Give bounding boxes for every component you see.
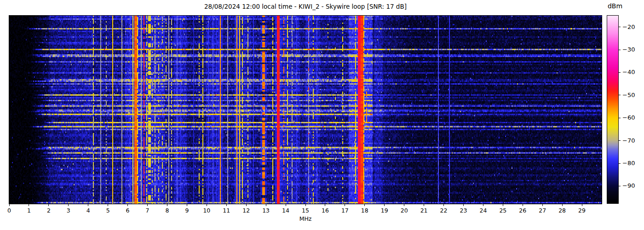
x-tick-label: 21 xyxy=(416,207,432,214)
x-tick-label: 5 xyxy=(100,207,116,214)
x-tick xyxy=(443,204,444,206)
x-tick xyxy=(463,204,464,206)
x-tick xyxy=(207,204,207,206)
x-tick-label: 26 xyxy=(515,207,530,214)
x-tick-label: 20 xyxy=(397,207,412,214)
x-tick-label: 12 xyxy=(238,207,254,214)
x-tick-label: 4 xyxy=(80,207,96,214)
x-tick-label: 17 xyxy=(337,207,353,214)
colorbar-tick xyxy=(619,186,621,186)
x-tick xyxy=(187,204,187,206)
spectrogram-plot-area xyxy=(9,15,602,204)
x-tick xyxy=(345,204,345,206)
x-tick xyxy=(226,204,227,206)
x-tick xyxy=(108,204,108,206)
x-tick xyxy=(127,204,128,206)
colorbar-tick xyxy=(619,50,621,50)
colorbar-tick-label: −20 xyxy=(622,23,635,31)
x-tick xyxy=(424,204,424,206)
x-tick-label: 15 xyxy=(298,207,313,214)
colorbar-canvas xyxy=(607,16,618,203)
colorbar-tick-label: −90 xyxy=(622,182,635,190)
x-tick xyxy=(542,204,543,206)
colorbar xyxy=(607,15,619,204)
x-tick xyxy=(286,204,286,206)
spectrogram-canvas xyxy=(9,16,602,204)
waterfall-figure: 28/08/2024 12:00 local time - KIWI_2 - S… xyxy=(0,0,644,230)
x-tick xyxy=(384,204,385,206)
colorbar-tick xyxy=(619,140,621,141)
colorbar-tick-label: −50 xyxy=(622,92,635,99)
x-tick xyxy=(582,204,582,206)
x-tick-label: 10 xyxy=(199,207,214,214)
colorbar-tick-label: −70 xyxy=(622,137,635,144)
x-tick xyxy=(167,204,167,206)
colorbar-unit-label: dBm xyxy=(603,2,627,10)
colorbar-tick-label: −80 xyxy=(622,160,635,167)
x-tick xyxy=(9,204,10,206)
colorbar-tick xyxy=(619,27,621,27)
x-tick xyxy=(404,204,404,206)
x-tick-label: 11 xyxy=(218,207,234,214)
x-tick-label: 9 xyxy=(179,207,195,214)
x-tick-label: 13 xyxy=(258,207,274,214)
x-tick xyxy=(503,204,503,206)
x-tick xyxy=(68,204,69,206)
x-tick-label: 8 xyxy=(159,207,175,214)
x-tick xyxy=(147,204,148,206)
x-tick-label: 27 xyxy=(535,207,550,214)
x-tick xyxy=(483,204,483,206)
x-tick-label: 25 xyxy=(495,207,511,214)
x-tick-label: 2 xyxy=(41,207,57,214)
x-tick xyxy=(325,204,325,206)
colorbar-tick xyxy=(619,118,621,118)
x-tick xyxy=(266,204,266,206)
x-tick-label: 1 xyxy=(21,207,37,214)
x-tick xyxy=(29,204,29,206)
x-tick xyxy=(523,204,523,206)
colorbar-tick xyxy=(619,95,621,95)
chart-title: 28/08/2024 12:00 local time - KIWI_2 - S… xyxy=(9,3,602,10)
x-tick xyxy=(562,204,563,206)
x-tick-label: 19 xyxy=(377,207,392,214)
x-tick-label: 22 xyxy=(436,207,452,214)
x-tick-label: 7 xyxy=(140,207,155,214)
x-tick xyxy=(48,204,49,206)
x-tick-label: 6 xyxy=(120,207,136,214)
x-tick-label: 24 xyxy=(475,207,491,214)
x-axis-label: MHz xyxy=(9,215,602,222)
colorbar-tick xyxy=(619,163,621,164)
x-tick xyxy=(364,204,365,206)
colorbar-tick xyxy=(619,72,621,73)
x-tick-label: 16 xyxy=(317,207,333,214)
colorbar-tick-label: −30 xyxy=(622,46,635,53)
x-tick-label: 28 xyxy=(554,207,570,214)
x-tick-label: 18 xyxy=(357,207,373,214)
x-tick xyxy=(305,204,306,206)
x-tick-label: 0 xyxy=(1,207,17,214)
x-tick xyxy=(88,204,88,206)
x-tick-label: 14 xyxy=(278,207,293,214)
x-tick-label: 23 xyxy=(455,207,471,214)
colorbar-tick-label: −40 xyxy=(622,69,635,76)
x-tick-label: 3 xyxy=(61,207,76,214)
x-tick-label: 29 xyxy=(574,207,590,214)
x-tick xyxy=(246,204,247,206)
colorbar-tick-label: −60 xyxy=(622,114,635,121)
